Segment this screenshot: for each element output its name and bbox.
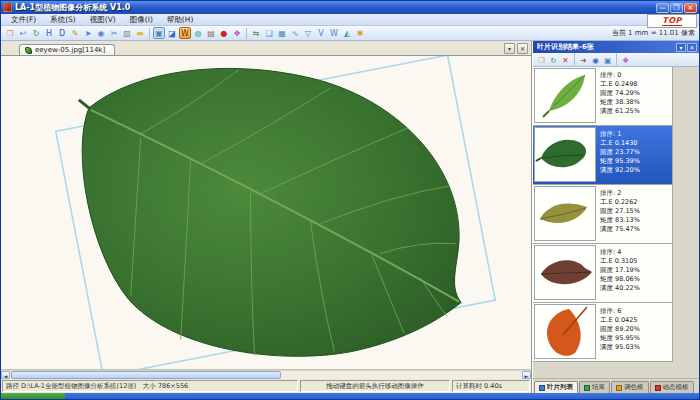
- document-tab[interactable]: eeyew-05.jpg[114k]: [19, 44, 115, 55]
- stat-line: 矩度 83.13%: [600, 216, 640, 225]
- panel-menu-button[interactable]: ▾: [676, 43, 686, 52]
- pen-icon[interactable]: ✎: [69, 27, 81, 39]
- menu-view[interactable]: 视图(V): [83, 14, 123, 26]
- results-icon: [584, 385, 590, 391]
- palette-mode-icon[interactable]: ❖: [620, 54, 631, 65]
- leaf-thumbnail-4[interactable]: [534, 304, 596, 359]
- tab-leaf-list[interactable]: 叶片列表: [534, 381, 578, 393]
- stat-rank: 排序: 6: [600, 307, 640, 316]
- tab-label: 叶片列表: [547, 383, 573, 392]
- leaf-result-list: 排序: 0 工.E 0.2498 圆度 74.29% 矩度 38.38% 满度 …: [533, 67, 699, 378]
- palette-icon[interactable]: ❖: [231, 27, 243, 39]
- leaf-stats-1: 排序: 1 工.E 0.1430 圆度 23.77% 矩度 95.39% 满度 …: [597, 126, 640, 184]
- stat-rank: 排序: 2: [600, 189, 640, 198]
- eraser-icon[interactable]: ▨: [121, 27, 133, 39]
- stat-line: 工.E 0.1430: [600, 139, 640, 148]
- tab-dynamic-template[interactable]: 动态模板: [650, 381, 694, 393]
- grid-icon[interactable]: ▦: [276, 27, 288, 39]
- leaf-thumbnail-3[interactable]: [534, 245, 596, 300]
- document-tab-label: eeyew-05.jpg[114k]: [35, 46, 105, 54]
- toolbar-separator: [574, 54, 575, 65]
- tab-close-button[interactable]: ✕: [517, 43, 528, 54]
- scale-label: 当前 1 mm = 11.01 像素: [612, 28, 695, 38]
- tab-scroll-button[interactable]: ▾: [504, 43, 515, 54]
- maximize-button[interactable]: ❐: [670, 3, 683, 13]
- search-result-icon[interactable]: ◉: [590, 54, 601, 65]
- image-canvas[interactable]: [1, 56, 531, 370]
- panel-title-bar[interactable]: 叶片识别结果-6张 ▾ ✕: [533, 41, 699, 53]
- main-toolbar: 当前 1 mm = 11.01 像素 ❒↩↻HD✎➤◉✂▨▬▣◪W◍▤●❖⇆❏▦…: [1, 26, 699, 41]
- select-arrow-icon[interactable]: ➤: [82, 27, 94, 39]
- results-panel: 叶片识别结果-6张 ▾ ✕ ❒↻✕➜◉▣❖ 排序: 0: [532, 41, 699, 393]
- angle-v-icon[interactable]: V: [315, 27, 327, 39]
- angle-w-icon[interactable]: W: [328, 27, 340, 39]
- stat-line: 满度 92.20%: [600, 166, 640, 175]
- leaf-thumbnail-2[interactable]: [534, 186, 596, 241]
- refresh-icon[interactable]: ↻: [30, 27, 42, 39]
- scrollbar-thumb[interactable]: [11, 371, 281, 379]
- stats-icon[interactable]: ▤: [205, 27, 217, 39]
- tab-label: 调色板: [624, 383, 644, 392]
- record-icon[interactable]: ●: [218, 27, 230, 39]
- layers-icon[interactable]: ❏: [263, 27, 275, 39]
- mask-icon[interactable]: ◪: [166, 27, 178, 39]
- scroll-right-icon[interactable]: ►: [522, 371, 531, 379]
- angle-icon[interactable]: ▽: [302, 27, 314, 39]
- menu-image[interactable]: 图像(I): [123, 14, 160, 26]
- leaf-image: [1, 56, 531, 369]
- menu-system[interactable]: 系统(S): [43, 14, 83, 26]
- horizontal-scrollbar[interactable]: ◄ ►: [1, 370, 531, 379]
- minimize-button[interactable]: —: [656, 3, 669, 13]
- tab-label: 动态模板: [663, 383, 689, 392]
- stat-line: 满度 75.47%: [600, 225, 640, 234]
- status-compute-time: 计算耗时 0.40s: [452, 380, 530, 392]
- vendor-logo: TOP: [647, 14, 697, 28]
- watershed-icon[interactable]: W: [179, 27, 191, 39]
- leaf-thumbnail-1[interactable]: [534, 127, 596, 182]
- globe-analyze-icon[interactable]: ◍: [192, 27, 204, 39]
- open-result-icon[interactable]: ❒: [536, 54, 547, 65]
- histogram-icon[interactable]: H: [43, 27, 55, 39]
- leaf-list-icon: [539, 385, 545, 391]
- cut-icon[interactable]: ✂: [108, 27, 120, 39]
- image-select-icon[interactable]: ▣: [153, 27, 165, 39]
- image-mode-icon[interactable]: ▣: [602, 54, 613, 65]
- refresh-result-icon[interactable]: ↻: [548, 54, 559, 65]
- close-button[interactable]: ✕: [684, 3, 697, 13]
- start-button[interactable]: [1, 393, 65, 400]
- toolbar-separator: [246, 28, 247, 39]
- stat-line: 矩度 95.95%: [600, 334, 640, 343]
- tab-results[interactable]: 结果: [579, 381, 610, 393]
- leaf-result-item-0[interactable]: 排序: 0 工.E 0.2498 圆度 74.29% 矩度 38.38% 满度 …: [533, 67, 673, 126]
- scroll-left-icon[interactable]: ◄: [1, 371, 10, 379]
- leaf-thumbnail-0[interactable]: [534, 68, 596, 123]
- back-icon[interactable]: ↩: [17, 27, 29, 39]
- fill-color-icon[interactable]: ▬: [134, 27, 146, 39]
- leaf-result-item-4[interactable]: 排序: 6 工.E 0.0425 圆度 89.20% 矩度 95.95% 满度 …: [533, 303, 673, 362]
- menu-file[interactable]: 文件(F): [4, 14, 43, 26]
- stat-line: 工.E 0.3105: [600, 257, 640, 266]
- panel-close-button[interactable]: ✕: [687, 43, 697, 52]
- tools-dropdown-icon[interactable]: ✱: [354, 27, 366, 39]
- export-result-icon[interactable]: ➜: [578, 54, 589, 65]
- zoom-icon[interactable]: ◉: [95, 27, 107, 39]
- open-icon[interactable]: ❒: [4, 27, 16, 39]
- delete-result-icon[interactable]: ✕: [560, 54, 571, 65]
- title-bar[interactable]: LA-1型植物图像分析系统 V1.0 — ❐ ✕: [1, 1, 699, 14]
- stat-line: 圆度 17.19%: [600, 266, 640, 275]
- leaf-result-item-2[interactable]: 排序: 2 工.E 0.2262 圆度 27.15% 矩度 83.13% 满度 …: [533, 185, 673, 244]
- main-area: eeyew-05.jpg[114k] ▾ ✕: [1, 41, 699, 393]
- ruler-icon[interactable]: ∿: [289, 27, 301, 39]
- menu-help[interactable]: 帮助(H): [160, 14, 201, 26]
- taskbar[interactable]: [1, 393, 699, 400]
- toolbar-separator: [616, 54, 617, 65]
- scrollbar-track[interactable]: [281, 371, 522, 379]
- tab-palette[interactable]: 调色板: [611, 381, 649, 393]
- swap-icon[interactable]: ⇆: [250, 27, 262, 39]
- area-chart-icon[interactable]: ◭: [341, 27, 353, 39]
- data-icon[interactable]: D: [56, 27, 68, 39]
- panel-toolbar: ❒↻✕➜◉▣❖: [533, 53, 699, 67]
- leaf-result-item-3[interactable]: 排序: 4 工.E 0.3105 圆度 17.19% 矩度 98.06% 满度 …: [533, 244, 673, 303]
- panel-title: 叶片识别结果-6张: [537, 42, 675, 52]
- leaf-result-item-1[interactable]: 排序: 1 工.E 0.1430 圆度 23.77% 矩度 95.39% 满度 …: [533, 126, 673, 185]
